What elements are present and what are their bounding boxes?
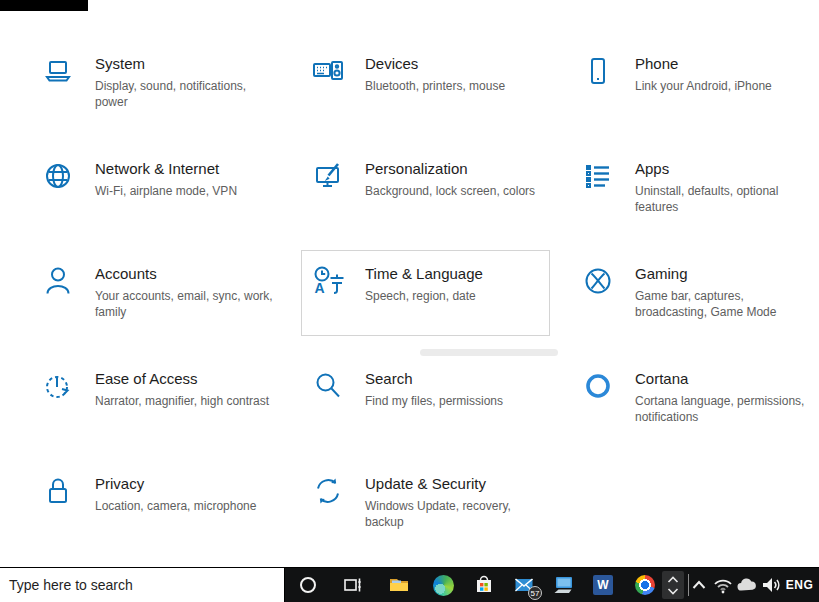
time-language-icon: A xyxy=(310,263,346,299)
lock-icon xyxy=(40,473,76,509)
tile-cortana[interactable]: Cortana Cortana language, permissions, n… xyxy=(580,360,819,465)
tile-description: Wi-Fi, airplane mode, VPN xyxy=(95,183,237,199)
tile-description: Location, camera, microphone xyxy=(95,498,256,514)
devices-icon xyxy=(310,53,346,89)
mail-unread-badge: 57 xyxy=(528,586,542,600)
tile-description: Link your Android, iPhone xyxy=(635,78,772,94)
settings-category-grid: System Display, sound, notifications, po… xyxy=(40,45,819,570)
language-code-text: ENG xyxy=(786,578,814,592)
mail-icon[interactable]: 57 xyxy=(505,568,543,602)
file-explorer-icon[interactable] xyxy=(380,568,418,602)
sync-arrows-icon xyxy=(310,473,346,509)
chrome-icon[interactable] xyxy=(626,568,664,602)
tile-description: Find my files, permissions xyxy=(365,393,503,409)
tile-ease-of-access[interactable]: Ease of Access Narrator, magnifier, high… xyxy=(40,360,310,465)
tile-title: Apps xyxy=(635,160,817,178)
tile-description: Cortana language, permissions, notificat… xyxy=(635,393,817,425)
tile-description: Uninstall, defaults, optional features xyxy=(635,183,817,215)
screenshot-remnant-bar xyxy=(0,0,88,11)
person-icon xyxy=(40,263,76,299)
taskbar: Type here to search xyxy=(0,567,819,602)
taskbar-search-input[interactable]: Type here to search xyxy=(0,568,285,602)
tile-title: Search xyxy=(365,370,503,388)
tile-apps[interactable]: Apps Uninstall, defaults, optional featu… xyxy=(580,150,819,255)
tile-system[interactable]: System Display, sound, notifications, po… xyxy=(40,45,310,150)
personalization-icon xyxy=(310,158,346,194)
cortana-icon[interactable] xyxy=(289,568,327,602)
tile-time-language[interactable]: A Time & Language Speech, region, date xyxy=(310,255,580,360)
tile-title: System xyxy=(95,55,277,73)
tile-update-security[interactable]: Update & Security Windows Update, recove… xyxy=(310,465,580,570)
pc-icon[interactable] xyxy=(545,568,583,602)
svg-text:A: A xyxy=(315,280,325,296)
hover-outline-artifact xyxy=(420,349,558,356)
laptop-icon xyxy=(40,53,76,89)
tile-title: Accounts xyxy=(95,265,277,283)
tile-description: Windows Update, recovery, backup xyxy=(365,498,547,530)
tile-personalization[interactable]: Personalization Background, lock screen,… xyxy=(310,150,580,255)
tile-search[interactable]: Search Find my files, permissions xyxy=(310,360,580,465)
globe-icon xyxy=(40,158,76,194)
search-placeholder-text: Type here to search xyxy=(9,577,133,593)
tile-description: Speech, region, date xyxy=(365,288,483,304)
tile-gaming[interactable]: Gaming Game bar, captures, broadcasting,… xyxy=(580,255,819,360)
tile-title: Personalization xyxy=(365,160,535,178)
tile-devices[interactable]: Devices Bluetooth, printers, mouse xyxy=(310,45,580,150)
ease-of-access-icon xyxy=(40,368,76,404)
tile-title: Time & Language xyxy=(365,265,483,283)
tile-description: Game bar, captures, broadcasting, Game M… xyxy=(635,288,817,320)
tile-title: Network & Internet xyxy=(95,160,237,178)
tile-title: Gaming xyxy=(635,265,817,283)
tile-description: Display, sound, notifications, power xyxy=(95,78,277,110)
tile-description: Narrator, magnifier, high contrast xyxy=(95,393,269,409)
tile-title: Update & Security xyxy=(365,475,547,493)
phone-icon xyxy=(580,53,616,89)
language-indicator[interactable]: ENG xyxy=(780,568,819,602)
tray-scroll-icons[interactable] xyxy=(662,571,684,599)
search-icon xyxy=(310,368,346,404)
word-icon[interactable]: W xyxy=(584,568,622,602)
tile-privacy[interactable]: Privacy Location, camera, microphone xyxy=(40,465,310,570)
tile-title: Cortana xyxy=(635,370,817,388)
tile-title: Phone xyxy=(635,55,772,73)
xbox-icon xyxy=(580,263,616,299)
tile-title: Devices xyxy=(365,55,505,73)
tile-network[interactable]: Network & Internet Wi-Fi, airplane mode,… xyxy=(40,150,310,255)
tile-phone[interactable]: Phone Link your Android, iPhone xyxy=(580,45,819,150)
tile-description: Background, lock screen, colors xyxy=(365,183,535,199)
tile-description: Your accounts, email, sync, work, family xyxy=(95,288,277,320)
store-icon[interactable] xyxy=(465,568,503,602)
apps-list-icon xyxy=(580,158,616,194)
edge-icon[interactable] xyxy=(424,568,462,602)
tile-title: Ease of Access xyxy=(95,370,269,388)
task-view-icon[interactable] xyxy=(334,568,372,602)
cortana-ring-icon xyxy=(580,368,616,404)
tile-title: Privacy xyxy=(95,475,256,493)
tile-description: Bluetooth, printers, mouse xyxy=(365,78,505,94)
tile-accounts[interactable]: Accounts Your accounts, email, sync, wor… xyxy=(40,255,310,360)
